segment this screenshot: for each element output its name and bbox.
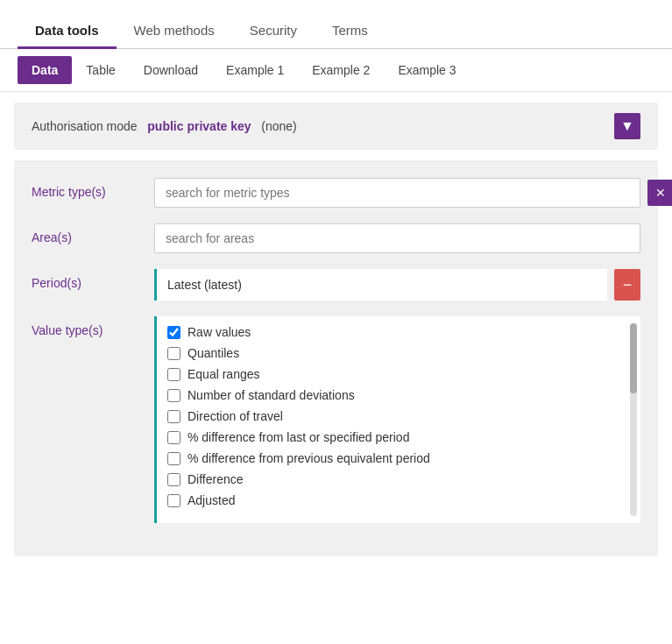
sub-nav-download[interactable]: Download <box>130 56 212 84</box>
sub-nav-example2[interactable]: Example 2 <box>298 56 384 84</box>
value-type-option-6: % difference from previous equivalent pe… <box>167 451 630 465</box>
period-entry: Latest (latest) − <box>154 269 640 301</box>
value-type-option-label-5: % difference from last or specified peri… <box>187 430 409 444</box>
value-type-option-8: Adjusted <box>167 493 630 507</box>
value-type-option-label-1: Quantiles <box>187 346 239 360</box>
value-type-checkbox-8[interactable] <box>167 494 180 507</box>
sub-nav-example3[interactable]: Example 3 <box>384 56 470 84</box>
value-type-option-label-4: Direction of travel <box>187 409 283 423</box>
auth-none: (none) <box>261 119 296 133</box>
areas-input[interactable] <box>154 223 640 253</box>
form-area: Metric type(s) ✕ Area(s) Period(s) Lates… <box>14 160 658 556</box>
value-type-option-1: Quantiles <box>167 346 630 360</box>
value-type-checkbox-3[interactable] <box>167 389 180 402</box>
top-nav-security[interactable]: Security <box>232 14 315 49</box>
value-type-option-label-2: Equal ranges <box>187 367 260 381</box>
top-nav: Data tools Web methods Security Terms <box>0 0 672 49</box>
top-nav-data-tools[interactable]: Data tools <box>18 14 117 49</box>
value-type-option-label-3: Number of standard deviations <box>187 388 355 402</box>
value-type-option-3: Number of standard deviations <box>167 388 630 402</box>
sub-nav-data[interactable]: Data <box>18 56 72 84</box>
value-type-option-7: Difference <box>167 472 630 486</box>
scrollbar-thumb <box>630 323 637 393</box>
areas-row: Area(s) <box>32 223 640 253</box>
value-type-label: Value type(s) <box>32 316 154 337</box>
value-type-option-label-8: Adjusted <box>187 493 235 507</box>
value-type-option-2: Equal ranges <box>167 367 630 381</box>
value-type-checkbox-4[interactable] <box>167 410 180 423</box>
value-type-checkbox-7[interactable] <box>167 473 180 486</box>
value-type-option-label-6: % difference from previous equivalent pe… <box>187 451 430 465</box>
metric-type-input[interactable] <box>154 178 640 208</box>
periods-label: Period(s) <box>32 269 154 290</box>
auth-label: Authorisation mode <box>32 119 138 133</box>
value-type-option-5: % difference from last or specified peri… <box>167 430 630 444</box>
period-remove-button[interactable]: − <box>614 269 640 301</box>
sub-nav-table[interactable]: Table <box>72 56 129 84</box>
value-type-option-label-7: Difference <box>187 472 244 486</box>
value-type-checkbox-1[interactable] <box>167 347 180 360</box>
value-type-option-4: Direction of travel <box>167 409 630 423</box>
value-type-option-0: Raw values <box>167 325 630 339</box>
auth-link[interactable]: public private key <box>147 119 251 133</box>
value-type-option-label-0: Raw values <box>187 325 251 339</box>
auth-bar: Authorisation mode public private key (n… <box>14 103 658 150</box>
areas-label: Area(s) <box>32 223 154 244</box>
scrollbar-track[interactable] <box>630 323 637 516</box>
value-type-checkbox-6[interactable] <box>167 452 180 465</box>
metric-type-label: Metric type(s) <box>32 178 154 199</box>
periods-row: Period(s) Latest (latest) − <box>32 269 640 301</box>
value-type-checkbox-5[interactable] <box>167 431 180 444</box>
auth-bar-text: Authorisation mode public private key (n… <box>32 119 297 133</box>
value-type-checkbox-2[interactable] <box>167 368 180 381</box>
metric-type-row: Metric type(s) ✕ <box>32 178 640 208</box>
top-nav-web-methods[interactable]: Web methods <box>117 14 232 49</box>
metric-type-clear-button[interactable]: ✕ <box>647 180 672 206</box>
period-value: Latest (latest) <box>154 269 607 301</box>
value-type-row: Value type(s) Raw valuesQuantilesEqual r… <box>32 316 640 523</box>
value-type-list: Raw valuesQuantilesEqual rangesNumber of… <box>154 316 640 523</box>
sub-nav: Data Table Download Example 1 Example 2 … <box>0 49 672 92</box>
value-type-checkbox-0[interactable] <box>167 326 180 339</box>
auth-toggle-button[interactable]: ▼ <box>614 113 640 139</box>
top-nav-terms[interactable]: Terms <box>315 14 386 49</box>
sub-nav-example1[interactable]: Example 1 <box>212 56 298 84</box>
